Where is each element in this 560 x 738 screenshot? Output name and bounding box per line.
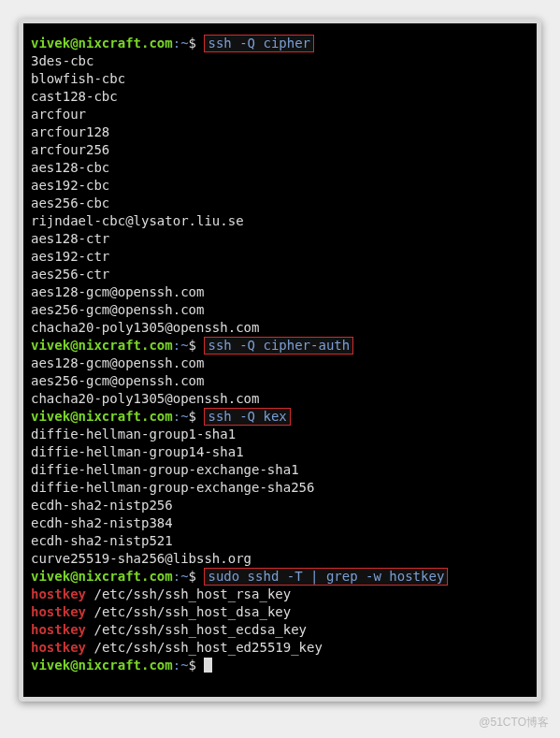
output-line: hostkey /etc/ssh/ssh_host_ed25519_key xyxy=(31,639,529,657)
output-line: arcfour256 xyxy=(31,141,529,159)
output-line: aes192-cbc xyxy=(31,177,529,195)
output-line: ecdh-sha2-nistp256 xyxy=(31,497,529,514)
command-highlight: ssh -Q kex xyxy=(204,408,290,426)
output-line: hostkey /etc/ssh/ssh_host_rsa_key xyxy=(31,586,529,603)
prompt-path: :~ xyxy=(173,338,189,353)
prompt-symbol: $ xyxy=(189,36,196,51)
output-line: ecdh-sha2-nistp521 xyxy=(31,532,529,550)
hostkey-label: hostkey xyxy=(31,640,86,655)
prompt-line: vivek@nixcraft.com:~$ ssh -Q cipher xyxy=(31,35,529,52)
prompt-symbol: $ xyxy=(189,569,196,584)
output-line: aes128-cbc xyxy=(31,159,529,177)
hostkey-label: hostkey xyxy=(31,604,86,619)
output-line: hostkey /etc/ssh/ssh_host_dsa_key xyxy=(31,603,529,621)
output-line: rijndael-cbc@lysator.liu.se xyxy=(31,212,529,230)
prompt-line: vivek@nixcraft.com:~$ sudo sshd -T | gre… xyxy=(31,568,529,586)
prompt-user: vivek@nixcraft.com xyxy=(31,569,173,584)
output-line: aes256-gcm@openssh.com xyxy=(31,301,529,319)
output-line: curve25519-sha256@libssh.org xyxy=(31,550,529,568)
output-line: chacha20-poly1305@openssh.com xyxy=(31,390,529,408)
command-highlight: ssh -Q cipher xyxy=(204,35,314,52)
output-line: diffie-hellman-group14-sha1 xyxy=(31,443,529,461)
command-highlight: ssh -Q cipher-auth xyxy=(204,337,353,355)
output-line: aes128-gcm@openssh.com xyxy=(31,283,529,301)
prompt-path: :~ xyxy=(173,569,189,584)
prompt-user: vivek@nixcraft.com xyxy=(31,36,173,51)
prompt-line: vivek@nixcraft.com:~$ ssh -Q cipher-auth xyxy=(31,337,529,355)
prompt-path: :~ xyxy=(173,409,189,424)
hostkey-label: hostkey xyxy=(31,586,86,601)
cursor-icon xyxy=(204,658,212,673)
output-line: hostkey /etc/ssh/ssh_host_ecdsa_key xyxy=(31,621,529,639)
terminal-window[interactable]: vivek@nixcraft.com:~$ ssh -Q cipher 3des… xyxy=(19,19,541,702)
output-line: aes256-gcm@openssh.com xyxy=(31,372,529,390)
output-line: cast128-cbc xyxy=(31,88,529,106)
output-line: diffie-hellman-group-exchange-sha256 xyxy=(31,479,529,497)
output-line: aes256-ctr xyxy=(31,266,529,283)
output-line: aes192-ctr xyxy=(31,248,529,266)
hostkey-path: /etc/ssh/ssh_host_ecdsa_key xyxy=(93,622,307,637)
output-line: diffie-hellman-group-exchange-sha1 xyxy=(31,461,529,479)
output-line: 3des-cbc xyxy=(31,52,529,70)
prompt-path: :~ xyxy=(173,658,189,673)
output-line: blowfish-cbc xyxy=(31,70,529,88)
output-line: diffie-hellman-group1-sha1 xyxy=(31,426,529,443)
output-line: arcfour128 xyxy=(31,123,529,141)
hostkey-label: hostkey xyxy=(31,622,86,637)
watermark: @51CTO博客 xyxy=(479,715,549,731)
prompt-path: :~ xyxy=(173,36,189,51)
hostkey-path: /etc/ssh/ssh_host_dsa_key xyxy=(93,604,291,619)
hostkey-path: /etc/ssh/ssh_host_ed25519_key xyxy=(93,640,322,655)
output-line: arcfour xyxy=(31,106,529,123)
prompt-user: vivek@nixcraft.com xyxy=(31,409,173,424)
hostkey-path: /etc/ssh/ssh_host_rsa_key xyxy=(93,586,291,601)
prompt-line: vivek@nixcraft.com:~$ ssh -Q kex xyxy=(31,408,529,426)
prompt-symbol: $ xyxy=(189,409,196,424)
command-highlight: sudo sshd -T | grep -w hostkey xyxy=(204,568,448,586)
output-line: aes128-gcm@openssh.com xyxy=(31,355,529,372)
output-line: ecdh-sha2-nistp384 xyxy=(31,514,529,532)
prompt-line[interactable]: vivek@nixcraft.com:~$ xyxy=(31,657,529,674)
prompt-user: vivek@nixcraft.com xyxy=(31,658,173,673)
prompt-symbol: $ xyxy=(189,338,196,353)
output-line: chacha20-poly1305@openssh.com xyxy=(31,319,529,337)
output-line: aes256-cbc xyxy=(31,195,529,212)
prompt-user: vivek@nixcraft.com xyxy=(31,338,173,353)
prompt-symbol: $ xyxy=(189,658,196,673)
output-line: aes128-ctr xyxy=(31,230,529,248)
